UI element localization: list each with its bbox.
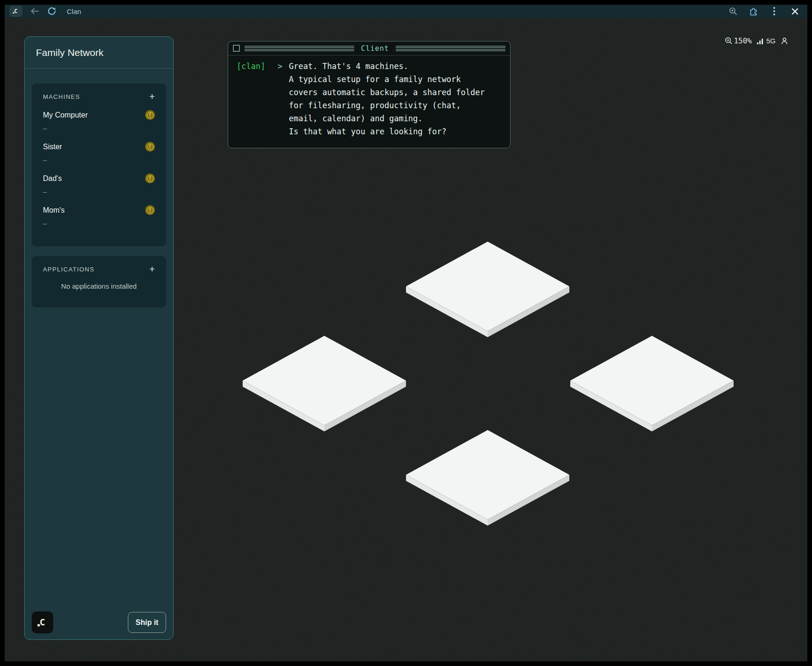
zoom-search-icon (729, 7, 737, 15)
add-machine-button[interactable]: + (149, 93, 155, 100)
terminal-line: Is that what you are looking for? (289, 125, 502, 138)
warning-status-icon: ! (145, 142, 155, 152)
zoom-button[interactable] (728, 6, 738, 16)
canvas-statusbar: 150% 5G (725, 36, 789, 45)
applications-header: APPLICATIONS (43, 266, 94, 273)
machine-name: Sister (43, 143, 62, 151)
titlebar-stripes-right (396, 46, 505, 51)
terminal-prompt: [clan] > (237, 60, 289, 138)
terminal-titlebar[interactable]: Client (228, 42, 510, 56)
machine-detail: – (43, 156, 155, 164)
machine-list-item[interactable]: My Computer ! – (32, 110, 166, 132)
zoom-value: 150% (734, 36, 752, 45)
machine-tile-top[interactable] (406, 242, 569, 337)
machine-list-item[interactable]: Sister ! – (32, 142, 166, 164)
add-application-button[interactable]: + (149, 265, 155, 273)
terminal-line: email, calendar) and gaming. (289, 112, 502, 125)
terminal-title: Client (359, 44, 391, 53)
machines-panel: MACHINES + My Computer ! – Sister ! – Da… (32, 83, 166, 246)
machine-name: Dad's (43, 174, 62, 183)
back-arrow-icon (30, 7, 39, 15)
user-icon[interactable] (780, 37, 789, 45)
zoom-level[interactable]: 150% (725, 36, 752, 45)
back-button[interactable] (29, 6, 40, 16)
magnifier-zoom-icon (725, 37, 733, 45)
applications-panel: APPLICATIONS + No applications installed (32, 256, 166, 307)
prompt-char: > (278, 60, 282, 138)
refresh-icon (48, 7, 56, 15)
kebab-menu-icon (773, 7, 776, 16)
machine-detail: – (43, 124, 155, 132)
warning-status-icon: ! (145, 173, 155, 183)
signal-bars-icon (756, 37, 764, 45)
ship-it-button[interactable]: Ship it (128, 612, 166, 633)
menu-button[interactable] (769, 6, 779, 16)
browser-titlebar: C Clan (5, 5, 807, 18)
terminal-line: for filesharing, productivity (chat, (289, 99, 502, 112)
machine-tile-bottom[interactable] (406, 430, 569, 526)
close-icon (791, 8, 798, 15)
terminal-line: covers automatic backups, a shared folde… (289, 86, 502, 99)
svg-text:C: C (14, 8, 17, 14)
network-status: 5G (756, 37, 776, 45)
applications-empty-text: No applications installed (32, 282, 166, 290)
machine-detail: – (43, 187, 155, 195)
sidebar-header: Family Network (25, 37, 173, 69)
page-title: Clan (67, 7, 81, 15)
refresh-button[interactable] (47, 6, 57, 16)
extensions-button[interactable] (749, 6, 759, 16)
window-box-icon[interactable] (233, 45, 240, 52)
warning-status-icon: ! (145, 205, 155, 215)
titlebar-stripes-left (245, 46, 354, 51)
close-button[interactable] (790, 6, 800, 16)
machine-list-item[interactable]: Mom's ! – (32, 205, 166, 227)
machine-list-item[interactable]: Dad's ! – (32, 173, 166, 195)
sidebar-title: Family Network (36, 47, 104, 58)
sidebar-footer: C Ship it (32, 611, 166, 633)
clan-logo-icon: C (35, 616, 49, 630)
terminal-output: [clan] > Great. That's 4 machines. A typ… (228, 56, 510, 142)
machine-tile-left[interactable] (243, 336, 406, 431)
puzzle-icon (749, 6, 759, 16)
family-network-sidebar: Family Network MACHINES + My Computer ! … (24, 36, 174, 640)
client-terminal-window: Client [clan] > Great. That's 4 machines… (228, 41, 511, 148)
clan-app-logo-icon: C (9, 6, 22, 17)
prompt-name: [clan] (237, 60, 265, 138)
svg-text:C: C (40, 617, 45, 628)
machine-name: My Computer (43, 111, 88, 119)
machine-name: Mom's (43, 206, 65, 215)
machines-header: MACHINES (43, 93, 80, 100)
network-label: 5G (766, 37, 776, 45)
machine-detail: – (43, 219, 155, 227)
warning-status-icon: ! (145, 110, 155, 120)
terminal-line: Great. That's 4 machines. (289, 60, 502, 73)
terminal-line: A typical setup for a family network (289, 73, 502, 86)
machine-tile-right[interactable] (570, 336, 734, 431)
clan-logo: C (32, 611, 53, 633)
